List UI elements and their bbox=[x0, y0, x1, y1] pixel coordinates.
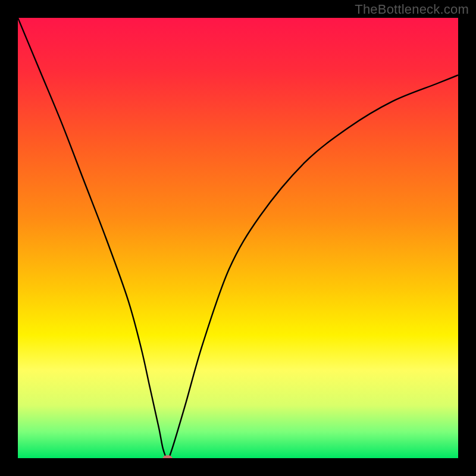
bottleneck-chart bbox=[18, 18, 458, 458]
chart-frame: TheBottleneck.com bbox=[0, 0, 476, 476]
plot-area bbox=[18, 18, 458, 458]
watermark-text: TheBottleneck.com bbox=[355, 2, 469, 17]
gradient-background bbox=[18, 18, 458, 458]
